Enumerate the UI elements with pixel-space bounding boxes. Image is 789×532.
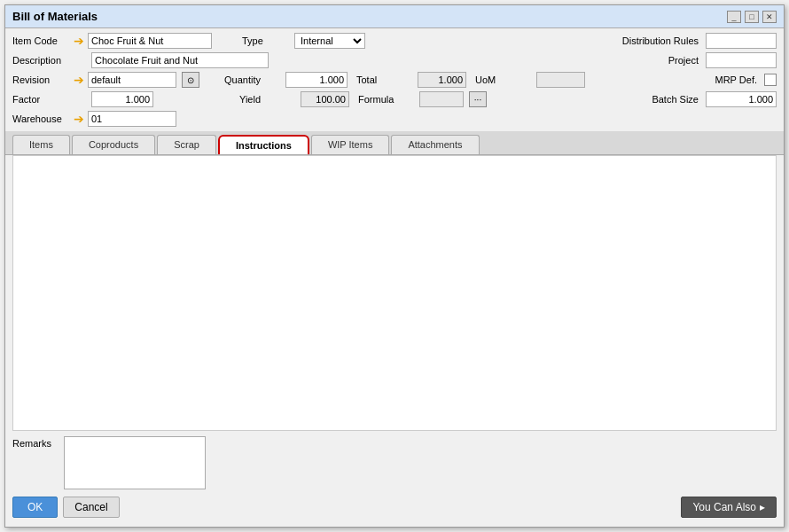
- cancel-button[interactable]: Cancel: [63, 497, 119, 518]
- form-area: Item Code ➔ Type Internal External Distr…: [5, 28, 784, 131]
- revision-label: Revision: [12, 74, 70, 85]
- tab-items[interactable]: Items: [12, 135, 70, 154]
- remarks-row: Remarks: [12, 436, 777, 489]
- tab-bar: Items Coproducts Scrap Instructions WIP …: [5, 131, 784, 155]
- distribution-rules-label: Distribution Rules: [605, 35, 699, 46]
- formula-dots-button[interactable]: ···: [469, 91, 487, 107]
- main-window: Bill of Materials _ □ ✕ Item Code ➔ Type…: [4, 4, 785, 528]
- tab-attachments[interactable]: Attachments: [391, 135, 479, 154]
- mrp-def-label: MRP Def.: [664, 74, 757, 85]
- maximize-button[interactable]: □: [745, 11, 759, 23]
- window-title: Bill of Materials: [12, 10, 98, 23]
- form-row-1: Item Code ➔ Type Internal External Distr…: [12, 32, 777, 50]
- footer-left: OK Cancel: [12, 497, 120, 518]
- warehouse-arrow-icon: ➔: [74, 113, 84, 125]
- form-row-5: Warehouse ➔: [12, 110, 777, 128]
- project-input[interactable]: [706, 52, 777, 68]
- bottom-area: Remarks OK Cancel You Can Also ▸: [5, 431, 784, 527]
- type-label: Type: [242, 35, 291, 46]
- yield-input[interactable]: [301, 91, 349, 107]
- form-row-4: Factor Yield Formula ··· Batch Size: [12, 90, 777, 108]
- item-code-arrow-icon: ➔: [74, 35, 84, 47]
- form-row-2: Description Project: [12, 51, 777, 69]
- remarks-input[interactable]: [64, 436, 206, 489]
- uom-label: UoM: [475, 74, 533, 85]
- factor-label: Factor: [12, 94, 70, 105]
- minimize-button[interactable]: _: [727, 11, 741, 23]
- form-row-3: Revision ➔ ⊙ Quantity Total UoM MRP Def.: [12, 71, 777, 89]
- warehouse-input[interactable]: [88, 111, 176, 127]
- tab-coproducts[interactable]: Coproducts: [72, 135, 155, 154]
- type-select[interactable]: Internal External: [294, 33, 365, 49]
- formula-input[interactable]: [419, 91, 464, 107]
- revision-arrow-icon: ➔: [74, 74, 84, 86]
- distribution-rules-input[interactable]: [706, 33, 777, 49]
- yield-label: Yield: [239, 94, 297, 105]
- footer-buttons: OK Cancel You Can Also ▸: [12, 493, 777, 521]
- close-button[interactable]: ✕: [762, 11, 777, 23]
- tab-instructions[interactable]: Instructions: [218, 135, 309, 154]
- window-controls: _ □ ✕: [727, 11, 777, 23]
- item-code-input[interactable]: [88, 33, 212, 49]
- project-label: Project: [605, 55, 699, 66]
- instructions-content[interactable]: [12, 155, 777, 431]
- remarks-label: Remarks: [12, 438, 57, 449]
- formula-label: Formula: [358, 94, 416, 105]
- batch-size-input[interactable]: [706, 91, 777, 107]
- revision-btn[interactable]: ⊙: [182, 72, 199, 88]
- total-input[interactable]: [418, 72, 466, 88]
- tab-scrap[interactable]: Scrap: [157, 135, 216, 154]
- batch-size-label: Batch Size: [605, 94, 699, 105]
- total-label: Total: [356, 74, 414, 85]
- ok-button[interactable]: OK: [12, 497, 58, 518]
- revision-input[interactable]: [88, 72, 176, 88]
- description-input[interactable]: [91, 52, 269, 68]
- title-bar: Bill of Materials _ □ ✕: [5, 5, 784, 28]
- warehouse-label: Warehouse: [12, 113, 70, 124]
- factor-input[interactable]: [91, 91, 153, 107]
- item-code-label: Item Code: [12, 35, 70, 46]
- mrp-def-checkbox[interactable]: [764, 74, 777, 86]
- quantity-input[interactable]: [285, 72, 348, 88]
- description-label: Description: [12, 55, 70, 66]
- you-can-also-button[interactable]: You Can Also ▸: [681, 497, 777, 518]
- uom-input[interactable]: [536, 72, 585, 88]
- tab-wip-items[interactable]: WIP Items: [311, 135, 390, 154]
- quantity-label: Quantity: [224, 74, 282, 85]
